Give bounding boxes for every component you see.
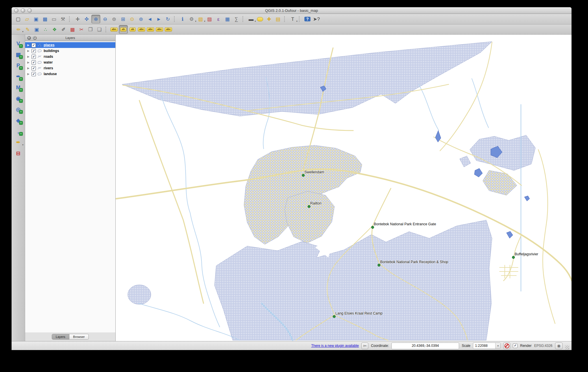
tab-browser[interactable]: Browser bbox=[69, 334, 89, 340]
measure[interactable]: ▬▾ bbox=[247, 15, 255, 23]
add-feature[interactable]: ∴ bbox=[41, 25, 50, 34]
select-by-expression[interactable]: ε bbox=[214, 15, 223, 23]
add-mssql-layer[interactable]: M+ bbox=[14, 83, 23, 92]
refresh-map[interactable]: ↻ bbox=[164, 15, 172, 23]
scale-value: 1:22088 bbox=[473, 344, 495, 348]
copy-features[interactable]: ❐ bbox=[86, 25, 95, 34]
paste-features[interactable]: ❏ bbox=[95, 25, 103, 34]
maximize-button[interactable] bbox=[27, 8, 32, 13]
add-wms-layer[interactable]: ◉+ bbox=[14, 94, 23, 103]
layer-item-buildings[interactable]: ▶✓buildings bbox=[25, 48, 115, 54]
remove-layer[interactable]: ⊟ bbox=[14, 149, 23, 158]
panel-close-icon[interactable]: × bbox=[27, 36, 31, 40]
add-wfs-layer[interactable]: ◈+ bbox=[14, 116, 23, 125]
layer-item-roads[interactable]: ▶✓roads bbox=[25, 54, 115, 59]
identify-features[interactable]: ℹ bbox=[178, 15, 187, 23]
new-bookmark[interactable]: ✚ bbox=[265, 15, 273, 23]
move-feature[interactable]: ❖ bbox=[50, 25, 59, 34]
change-label[interactable]: abc bbox=[164, 25, 173, 34]
add-postgis-layer[interactable]: P+ bbox=[14, 61, 23, 70]
add-spatialite-layer[interactable]: ✒+ bbox=[14, 72, 23, 81]
delete-selected[interactable]: ▩ bbox=[68, 25, 77, 34]
render-checkbox[interactable] bbox=[513, 343, 517, 348]
layer-visibility-checkbox[interactable]: ✓ bbox=[32, 66, 36, 70]
show-bookmarks[interactable]: ▤ bbox=[274, 15, 282, 23]
deselect-features[interactable]: ▨ bbox=[205, 15, 214, 23]
expand-arrow-icon[interactable]: ▶ bbox=[27, 49, 30, 52]
layer-visibility-checkbox[interactable]: ✓ bbox=[32, 72, 36, 76]
highlight-pinned-labels[interactable]: ab bbox=[128, 25, 137, 34]
node-tool[interactable]: ✐ bbox=[59, 25, 68, 34]
zoom-actual-size[interactable]: ⊜ bbox=[110, 15, 118, 23]
show-hide-labels[interactable]: abc bbox=[137, 25, 146, 34]
zoom-last[interactable]: ◄ bbox=[146, 15, 154, 23]
zoom-to-layer[interactable]: ⊚ bbox=[137, 15, 145, 23]
chevron-down-icon[interactable]: ▼ bbox=[495, 343, 500, 349]
plugin-available-link[interactable]: There is a new plugin available bbox=[311, 344, 359, 348]
layer-item-places[interactable]: ▶✓places bbox=[25, 42, 115, 48]
layer-visibility-checkbox[interactable]: ✓ bbox=[32, 55, 36, 59]
save-project[interactable]: ▣ bbox=[32, 15, 40, 23]
layer-visibility-checkbox[interactable]: ✓ bbox=[32, 43, 36, 47]
stop-render-button[interactable] bbox=[503, 343, 510, 349]
minimize-button[interactable] bbox=[21, 8, 25, 13]
zoom-next[interactable]: ► bbox=[155, 15, 163, 23]
plugin-icon[interactable]: ✄ bbox=[361, 343, 368, 349]
add-vector-layer[interactable]: V+ bbox=[14, 39, 23, 48]
layer-item-rivers[interactable]: ▶✓rivers bbox=[25, 65, 115, 71]
new-print-composer[interactable]: ▭ bbox=[50, 15, 58, 23]
add-delimited-text-layer[interactable]: ,+ bbox=[14, 127, 23, 136]
pan-to-selection[interactable]: ✜ bbox=[82, 15, 91, 23]
scale-combo[interactable]: 1:22088 ▼ bbox=[473, 343, 501, 349]
whats-this-icon: ➤? bbox=[313, 17, 320, 22]
crs-status-button[interactable]: ◉ bbox=[555, 343, 563, 349]
text-annotation[interactable]: T▾ bbox=[289, 15, 297, 23]
whats-this[interactable]: ➤? bbox=[312, 15, 321, 23]
panel-float-icon[interactable]: ❏ bbox=[33, 36, 37, 40]
expand-arrow-icon[interactable]: ▶ bbox=[27, 67, 30, 70]
tab-layers[interactable]: Layers bbox=[52, 334, 69, 340]
resize-grip[interactable] bbox=[565, 345, 569, 349]
add-wcs-layer[interactable]: ◎+ bbox=[14, 105, 23, 114]
new-project[interactable]: ▢ bbox=[14, 15, 22, 23]
deselect-features-icon: ▨ bbox=[207, 17, 212, 22]
save-layer-edits[interactable]: ▣ bbox=[32, 25, 41, 34]
composer-manager[interactable]: ⚒ bbox=[59, 15, 67, 23]
current-edits[interactable]: ✏▾ bbox=[14, 25, 23, 34]
rotate-label[interactable]: abc bbox=[155, 25, 164, 34]
pan-map[interactable]: ✛ bbox=[73, 15, 82, 23]
select-features[interactable]: ▧▾ bbox=[196, 15, 205, 23]
zoom-to-selection[interactable]: ⊙ bbox=[128, 15, 136, 23]
layer-visibility-checkbox[interactable]: ✓ bbox=[32, 60, 36, 65]
run-feature-action[interactable]: ⚙▾ bbox=[187, 15, 196, 23]
manage-layers-toolbar: V+▦+P+✒+M+◉+◎+◈+,+✒▾⊟ bbox=[12, 35, 25, 341]
close-button[interactable] bbox=[14, 8, 19, 13]
cut-features[interactable]: ✂ bbox=[77, 25, 86, 34]
layer-labeling-options[interactable]: abc bbox=[110, 25, 118, 34]
zoom-full-extent[interactable]: ⊞ bbox=[119, 15, 127, 23]
layer-visibility-checkbox[interactable]: ✓ bbox=[32, 49, 36, 53]
map-tips[interactable] bbox=[256, 15, 264, 23]
coordinate-field[interactable] bbox=[391, 343, 459, 349]
help-contents[interactable]: ? bbox=[303, 15, 312, 23]
expand-arrow-icon[interactable]: ▶ bbox=[27, 61, 30, 64]
expand-arrow-icon[interactable]: ▶ bbox=[27, 55, 30, 58]
expand-arrow-icon[interactable]: ▶ bbox=[27, 72, 30, 75]
open-attribute-table[interactable]: ▦ bbox=[223, 15, 232, 23]
toggle-editing[interactable]: ✎ bbox=[23, 25, 32, 34]
expand-arrow-icon[interactable]: ▶ bbox=[27, 44, 30, 46]
add-raster-layer[interactable]: ▦+ bbox=[14, 50, 23, 59]
new-shapefile-layer[interactable]: ✒▾ bbox=[14, 138, 23, 147]
zoom-out[interactable]: ⊖ bbox=[101, 15, 109, 23]
layer-item-landuse[interactable]: ▶✓landuse bbox=[25, 71, 115, 77]
save-project-as[interactable]: ▩ bbox=[41, 15, 49, 23]
map-canvas[interactable]: SwellendamRailtonBontebok National Park … bbox=[116, 35, 572, 341]
field-calculator[interactable]: ∑ bbox=[232, 15, 241, 23]
zoom-in[interactable]: ⊕ bbox=[91, 15, 100, 23]
move-label[interactable]: abc bbox=[146, 25, 155, 34]
open-project[interactable]: ▱ bbox=[23, 15, 31, 23]
move-feature-icon: ❖ bbox=[52, 27, 57, 32]
add-badge-icon: + bbox=[19, 66, 23, 70]
pin-unpin-labels[interactable]: ab bbox=[119, 25, 128, 34]
layer-item-water[interactable]: ▶✓water bbox=[25, 59, 115, 65]
